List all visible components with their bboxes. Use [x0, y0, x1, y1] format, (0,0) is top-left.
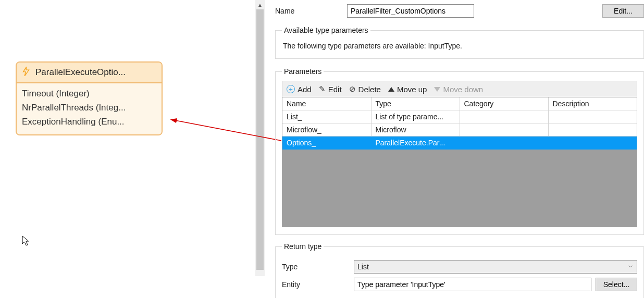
available-type-params-group: Available type parameters The following … — [275, 26, 644, 59]
cell-description — [548, 110, 637, 123]
edit-label: Edit — [328, 85, 342, 94]
cell-category — [460, 123, 548, 136]
available-type-params-text: The following type parameters are availa… — [283, 42, 636, 50]
table-row[interactable]: Options_ParallelExecute.Par... — [282, 136, 637, 150]
entity-input[interactable] — [354, 278, 591, 291]
pencil-icon: ✎ — [319, 84, 326, 94]
return-type-group: Return type Type List ﹀ Entity Select... — [275, 242, 644, 298]
name-label: Name — [275, 7, 343, 15]
chevron-down-icon: ﹀ — [628, 263, 634, 271]
entity-card[interactable]: ParallelExecuteOptio... Timeout (Integer… — [16, 61, 163, 135]
table-row[interactable]: List_List of type parame... — [282, 110, 637, 123]
cell-category — [460, 136, 548, 150]
move-down-button: Move down — [434, 85, 483, 94]
cell-name: Options_ — [282, 136, 371, 150]
edit-param-button[interactable]: ✎ Edit — [319, 84, 342, 94]
vertical-scrollbar[interactable]: ▲ — [255, 0, 265, 276]
type-select[interactable]: List ﹀ — [354, 260, 637, 274]
col-category[interactable]: Category — [460, 97, 548, 110]
cell-type: List of type parame... — [371, 110, 460, 123]
name-input[interactable] — [347, 4, 474, 18]
svg-line-0 — [175, 120, 281, 141]
cell-type: Microflow — [371, 123, 460, 136]
delete-button[interactable]: ⊘ Delete — [349, 84, 381, 94]
type-label: Type — [282, 263, 350, 271]
cell-name: List_ — [282, 110, 371, 123]
type-value: List — [357, 263, 369, 271]
parameters-group: Parameters + Add ✎ Edit ⊘ Delete Move up… — [275, 67, 644, 235]
add-button[interactable]: + Add — [287, 85, 312, 94]
scroll-up-icon[interactable]: ▲ — [255, 0, 265, 9]
cell-description — [548, 136, 637, 150]
cell-name: Microflow_ — [282, 123, 371, 136]
parameters-toolbar: + Add ✎ Edit ⊘ Delete Move up Move down — [282, 81, 637, 97]
entity-attr: NrParallelThreads (Integ... — [22, 101, 156, 115]
entity-title: ParallelExecuteOptio... — [35, 67, 126, 78]
move-up-button[interactable]: Move up — [388, 85, 427, 94]
annotation-arrow-icon — [168, 112, 288, 143]
delete-label: Delete — [358, 85, 381, 94]
entity-attr: ExceptionHandling (Enu... — [22, 115, 156, 129]
parameters-legend: Parameters — [282, 67, 324, 76]
scroll-thumb[interactable] — [256, 9, 264, 270]
plus-icon: + — [287, 85, 295, 93]
entity-label: Entity — [282, 280, 350, 289]
edit-button[interactable]: Edit... — [602, 4, 644, 18]
available-type-params-legend: Available type parameters — [282, 26, 370, 34]
triangle-down-icon — [434, 87, 440, 92]
add-label: Add — [298, 85, 312, 94]
prohibit-icon: ⊘ — [349, 84, 356, 94]
col-description[interactable]: Description — [548, 97, 637, 110]
move-up-label: Move up — [397, 85, 427, 94]
cell-description — [548, 123, 637, 136]
move-down-label: Move down — [443, 85, 483, 94]
entity-attr: Timeout (Integer) — [22, 86, 156, 101]
cell-category — [460, 110, 548, 123]
select-entity-button[interactable]: Select... — [596, 278, 637, 291]
lightning-icon — [22, 67, 30, 78]
col-type[interactable]: Type — [371, 97, 460, 110]
triangle-up-icon — [388, 87, 394, 92]
col-name[interactable]: Name — [282, 97, 371, 110]
mouse-cursor-icon — [22, 235, 31, 250]
return-type-legend: Return type — [282, 242, 324, 251]
table-row[interactable]: Microflow_Microflow — [282, 123, 637, 136]
cell-type: ParallelExecute.Par... — [371, 136, 460, 150]
parameters-grid[interactable]: Name Type Category Description List_List… — [282, 97, 637, 227]
